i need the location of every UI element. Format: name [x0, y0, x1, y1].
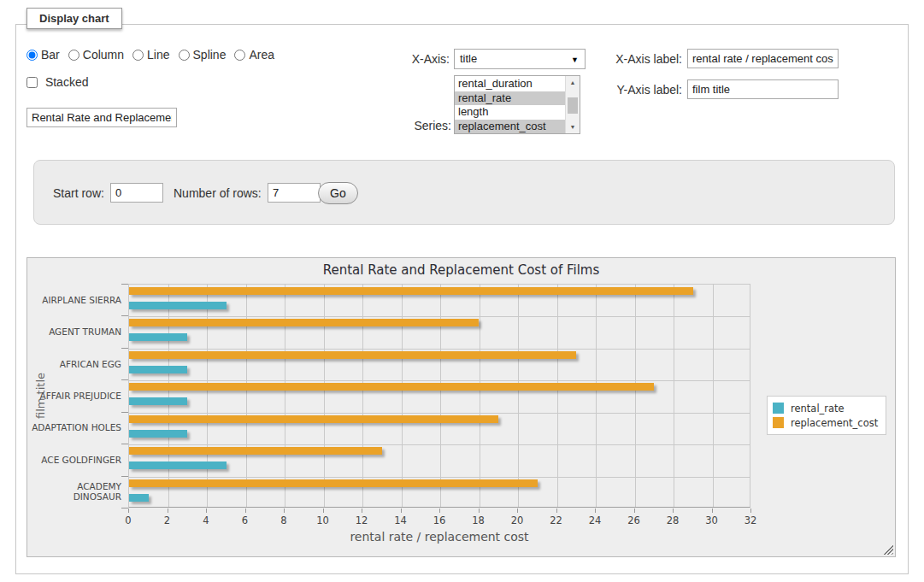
- chart-type-label-area: Area: [249, 48, 274, 62]
- x-axis-tick: [712, 509, 713, 513]
- y-category-label: AIRPLANE SIERRA: [27, 284, 121, 315]
- x-tick-label: 22: [550, 514, 562, 526]
- chart-title-input[interactable]: [26, 108, 177, 127]
- y-axis-caption-label: Y-Axis label:: [563, 79, 682, 100]
- chart-type-label-line: Line: [147, 48, 169, 62]
- x-axis-select-value: title: [460, 52, 477, 65]
- gridline: [324, 285, 325, 507]
- chart: Rental Rate and Replacement Cost of Film…: [26, 257, 896, 557]
- gridline: [168, 285, 169, 507]
- start-row-label: Start row:: [53, 183, 104, 203]
- gridline: [129, 316, 750, 317]
- x-axis-tick: [245, 509, 246, 513]
- chart-type-radio-line[interactable]: [132, 50, 144, 61]
- page: Display chart BarColumnLineSplineArea St…: [0, 0, 924, 582]
- bar-rental_rate: [129, 366, 187, 373]
- series-listbox[interactable]: rental_durationrental_ratelengthreplacem…: [454, 75, 580, 134]
- panel-title: Display chart: [26, 8, 122, 29]
- stacked-checkbox[interactable]: [26, 77, 38, 88]
- chart-title: Rental Rate and Replacement Cost of Film…: [27, 262, 895, 278]
- y-axis-label-input[interactable]: [687, 79, 839, 99]
- go-button[interactable]: Go: [318, 182, 358, 204]
- x-tick-label: 4: [203, 514, 209, 526]
- gridline: [129, 413, 750, 414]
- x-tick-label: 28: [667, 514, 680, 526]
- y-category-label: ACADEMY DINOSAUR: [27, 476, 121, 508]
- bar-replacement_cost: [129, 351, 576, 359]
- gridline: [596, 285, 597, 507]
- series-option-rental_rate[interactable]: rental_rate: [455, 91, 565, 106]
- x-tick-label: 12: [356, 514, 368, 526]
- x-axis-title: rental rate / replacement cost: [128, 530, 750, 544]
- y-category-label: ACE GOLDFINGER: [27, 444, 121, 475]
- x-tick-label: 18: [472, 514, 485, 526]
- x-tick-label: 14: [394, 514, 407, 526]
- x-axis-label-input[interactable]: [687, 49, 839, 68]
- bar-replacement_cost: [129, 383, 654, 391]
- x-axis-tick: [479, 509, 480, 513]
- gridline: [635, 285, 636, 507]
- x-axis-tick: [128, 509, 129, 513]
- gridline: [402, 285, 403, 507]
- chart-type-option-column: Column: [68, 48, 124, 62]
- gridline: [129, 444, 750, 445]
- display-chart-panel: Display chart BarColumnLineSplineArea St…: [15, 24, 909, 574]
- x-tick-label: 26: [627, 514, 640, 526]
- gridline: [129, 380, 750, 381]
- bar-rental_rate: [129, 302, 227, 309]
- gridline: [480, 285, 480, 507]
- bar-rental_rate: [129, 333, 187, 341]
- x-tick-label: 30: [705, 514, 718, 526]
- x-tick-label: 6: [242, 514, 248, 526]
- bar-replacement_cost: [129, 415, 498, 423]
- y-axis-tick: [121, 379, 128, 380]
- legend-swatch-rental_rate: [773, 403, 784, 414]
- y-axis-tick: [121, 348, 128, 349]
- x-tick-label: 16: [433, 514, 446, 526]
- chart-type-radio-area[interactable]: [234, 50, 245, 61]
- chart-type-label-spline: Spline: [193, 48, 227, 62]
- chart-type-radio-spline[interactable]: [179, 50, 190, 61]
- chart-type-radio-bar[interactable]: [26, 50, 38, 61]
- chart-type-radio-column[interactable]: [68, 50, 79, 61]
- y-axis-tick: [121, 444, 128, 444]
- x-axis-tick: [168, 509, 168, 513]
- series-option-replacement_cost[interactable]: replacement_cost: [455, 120, 565, 134]
- gridline: [440, 285, 441, 507]
- num-rows-input[interactable]: [268, 183, 321, 203]
- bar-rental_rate: [129, 461, 227, 469]
- y-category-label: AFFAIR PREJUDICE: [27, 379, 121, 411]
- series-option-length[interactable]: length: [455, 105, 565, 120]
- x-axis-tick: [362, 509, 362, 513]
- gridline: [518, 285, 519, 507]
- start-row-input[interactable]: [110, 183, 163, 203]
- bar-rental_rate: [129, 494, 149, 502]
- scroll-down-icon[interactable]: ▼: [566, 121, 580, 133]
- x-axis-tick: [401, 509, 402, 513]
- gridline: [557, 285, 558, 507]
- x-axis-tick: [284, 509, 285, 513]
- bar-replacement_cost: [129, 447, 382, 455]
- stacked-row: Stacked: [26, 75, 88, 89]
- gridline: [246, 285, 247, 507]
- x-axis-tick: [634, 509, 635, 513]
- y-axis-tick: [121, 476, 128, 477]
- gridline: [129, 349, 750, 350]
- plot-area: [128, 284, 750, 508]
- gridline: [713, 285, 714, 507]
- series-option-rental_duration[interactable]: rental_duration: [455, 77, 565, 91]
- resize-handle[interactable]: [883, 544, 893, 555]
- x-axis-tick: [673, 509, 674, 513]
- x-tick-label: 10: [316, 514, 329, 526]
- y-axis-tick: [121, 315, 128, 316]
- gridline: [285, 285, 285, 507]
- chart-type-radio-group: BarColumnLineSplineArea: [26, 48, 283, 63]
- num-rows-label: Number of rows:: [174, 183, 262, 203]
- chart-type-label-bar: Bar: [41, 48, 60, 62]
- series-label-text: Series:: [384, 117, 451, 134]
- bar-replacement_cost: [129, 479, 538, 487]
- gridline: [362, 285, 363, 507]
- x-tick-label: 2: [164, 514, 170, 526]
- series-options: rental_durationrental_ratelengthreplacem…: [455, 77, 565, 133]
- x-tick-label: 0: [125, 514, 131, 526]
